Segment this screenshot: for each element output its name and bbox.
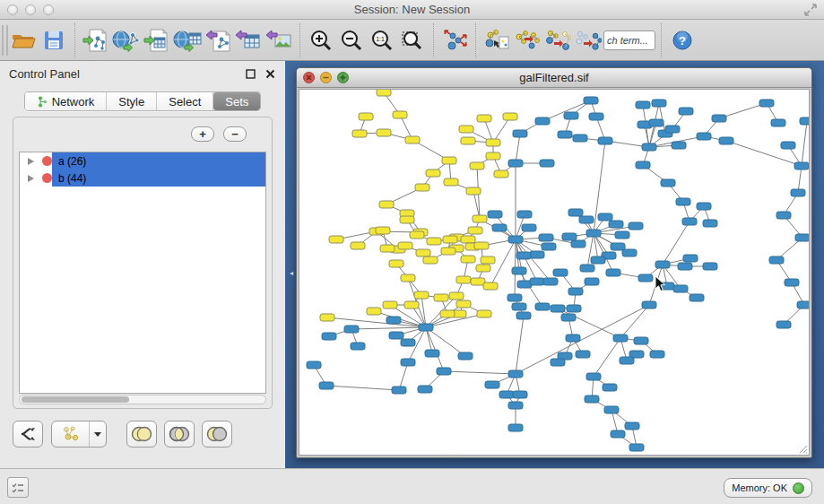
graph-node[interactable] xyxy=(642,301,656,308)
graph-node[interactable] xyxy=(513,391,527,398)
graph-node[interactable] xyxy=(589,113,603,120)
graph-node[interactable] xyxy=(466,187,481,195)
graph-node[interactable] xyxy=(508,402,523,409)
graph-node[interactable] xyxy=(405,136,420,143)
graph-node[interactable] xyxy=(781,142,795,149)
graph-node[interactable] xyxy=(690,294,704,301)
graph-node[interactable] xyxy=(322,333,336,340)
graph-node[interactable] xyxy=(513,130,527,137)
graph-node[interactable] xyxy=(660,282,674,290)
graph-node[interactable] xyxy=(558,131,572,138)
graph-node[interactable] xyxy=(416,249,430,256)
graph-node[interactable] xyxy=(418,386,432,393)
graph-node[interactable] xyxy=(759,100,774,107)
graph-node[interactable] xyxy=(611,430,625,438)
graph-node[interactable] xyxy=(503,113,517,120)
graph-node[interactable] xyxy=(440,310,455,317)
graph-node[interactable] xyxy=(351,242,365,249)
graph-node[interactable] xyxy=(776,321,791,328)
graph-node[interactable] xyxy=(598,213,612,221)
select-nodes-button[interactable] xyxy=(542,24,573,56)
graph-node[interactable] xyxy=(473,215,487,222)
graph-node[interactable] xyxy=(461,256,475,263)
graph-node[interactable] xyxy=(697,133,711,140)
graph-node[interactable] xyxy=(442,157,456,164)
export-table-button[interactable] xyxy=(233,24,264,56)
zoom-in-button[interactable] xyxy=(306,24,336,56)
graph-node[interactable] xyxy=(636,161,650,169)
graph-node[interactable] xyxy=(389,260,403,267)
network-frame-titlebar[interactable]: galFiltered.sif xyxy=(297,68,811,88)
graph-node[interactable] xyxy=(425,350,439,357)
graph-node[interactable] xyxy=(476,265,490,272)
graph-node[interactable] xyxy=(719,137,733,144)
graph-node[interactable] xyxy=(414,291,429,299)
graph-node[interactable] xyxy=(769,256,784,264)
graph-node[interactable] xyxy=(542,243,556,250)
graph-node[interactable] xyxy=(636,101,650,109)
list-item[interactable]: a (26) xyxy=(20,152,265,169)
graph-node[interactable] xyxy=(461,236,475,243)
graph-node[interactable] xyxy=(389,332,403,339)
open-session-button[interactable] xyxy=(8,24,39,56)
graph-node[interactable] xyxy=(377,90,391,96)
select-from-file-button[interactable] xyxy=(481,24,512,56)
tab-select[interactable]: Select xyxy=(157,92,213,110)
sets-list[interactable]: a (26) b (44) xyxy=(19,152,266,394)
graph-node[interactable] xyxy=(785,279,799,286)
graph-node[interactable] xyxy=(551,359,565,366)
task-history-button[interactable] xyxy=(7,477,29,498)
graph-node[interactable] xyxy=(609,221,623,228)
graph-node[interactable] xyxy=(383,301,397,308)
graph-node[interactable] xyxy=(611,243,625,250)
graph-node[interactable] xyxy=(486,152,500,160)
export-image-button[interactable] xyxy=(264,24,294,56)
import-table-file-button[interactable] xyxy=(142,24,172,56)
graph-node[interactable] xyxy=(791,189,805,196)
graph-node[interactable] xyxy=(508,160,523,167)
graph-node[interactable] xyxy=(486,139,500,146)
intersection-button[interactable] xyxy=(164,421,195,448)
graph-node[interactable] xyxy=(665,126,680,133)
graph-node[interactable] xyxy=(530,278,544,285)
graph-node[interactable] xyxy=(566,335,580,342)
graph-node[interactable] xyxy=(606,269,620,276)
frame-maximize-icon[interactable] xyxy=(337,72,349,83)
tab-sets[interactable]: Sets xyxy=(213,92,260,110)
first-neighbors-button[interactable] xyxy=(512,24,542,56)
graph-node[interactable] xyxy=(586,230,601,237)
graph-node[interactable] xyxy=(508,370,523,378)
graph-node[interactable] xyxy=(634,337,648,344)
graph-node[interactable] xyxy=(603,384,617,391)
graph-node[interactable] xyxy=(492,224,507,231)
graph-node[interactable] xyxy=(474,242,489,249)
import-network-web-button[interactable] xyxy=(111,24,142,56)
graph-node[interactable] xyxy=(426,169,440,177)
graph-node[interactable] xyxy=(579,216,594,223)
graph-node[interactable] xyxy=(319,382,334,389)
graph-node[interactable] xyxy=(584,97,598,104)
graph-node[interactable] xyxy=(622,249,637,256)
graph-node[interactable] xyxy=(568,288,583,295)
remove-set-button[interactable]: − xyxy=(223,126,247,142)
graph-node[interactable] xyxy=(494,170,508,178)
graph-node[interactable] xyxy=(661,179,675,187)
graph-node[interactable] xyxy=(512,267,526,274)
expander-icon[interactable] xyxy=(28,175,34,182)
graph-node[interactable] xyxy=(585,278,599,285)
graph-node[interactable] xyxy=(367,308,381,315)
graph-node[interactable] xyxy=(377,129,391,136)
graph-node[interactable] xyxy=(508,236,523,243)
zoom-fit-button[interactable] xyxy=(397,24,428,56)
graph-node[interactable] xyxy=(427,238,441,245)
graph-node[interactable] xyxy=(477,115,491,122)
graph-node[interactable] xyxy=(359,113,373,120)
graph-node[interactable] xyxy=(401,274,415,282)
graph-node[interactable] xyxy=(650,351,664,358)
graph-node[interactable] xyxy=(517,211,532,218)
graph-node[interactable] xyxy=(419,324,433,331)
graph-node[interactable] xyxy=(573,135,587,142)
import-network-file-button[interactable] xyxy=(81,24,111,56)
zoom-actual-button[interactable]: 1:1 xyxy=(367,24,397,56)
graph-node[interactable] xyxy=(576,351,590,358)
